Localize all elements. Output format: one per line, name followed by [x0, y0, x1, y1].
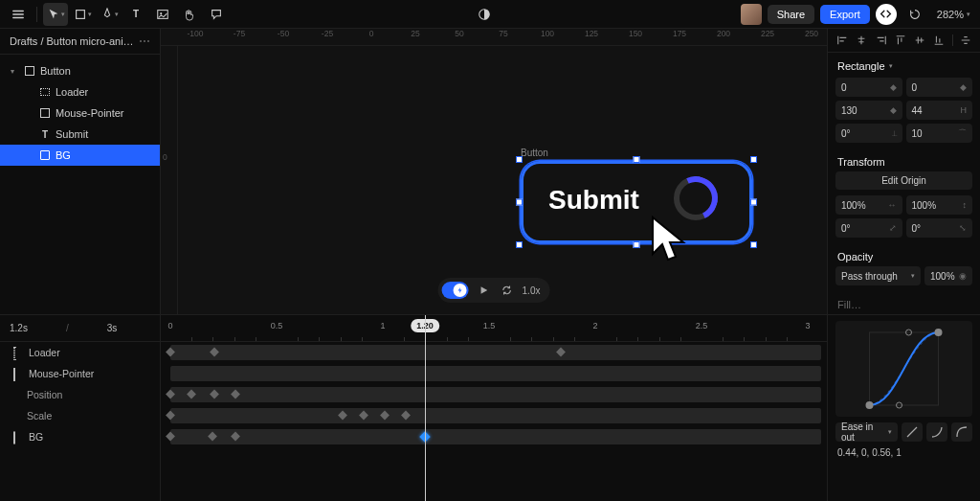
- dots-icon: [40, 87, 50, 97]
- time-total: 3s: [107, 323, 118, 333]
- move-tool[interactable]: ▾: [43, 3, 68, 26]
- bezier-value[interactable]: 0.44, 0, 0.56, 1: [828, 442, 980, 464]
- timeline-row-bg[interactable]: BG: [0, 426, 160, 447]
- svg-point-5: [866, 401, 874, 409]
- dev-mode-button[interactable]: [876, 4, 897, 25]
- zoom-value: 282%: [937, 9, 964, 20]
- timeline-tick: 1: [380, 321, 385, 330]
- motion-toggle[interactable]: [442, 282, 469, 299]
- text-tool[interactable]: T: [123, 3, 148, 26]
- align-top-icon[interactable]: [894, 34, 907, 47]
- svg-rect-0: [76, 10, 84, 18]
- timeline-row-label: Mouse-Pointer: [29, 368, 94, 379]
- ease-out-icon[interactable]: [951, 422, 972, 442]
- timeline-tick: 2.5: [696, 321, 708, 330]
- layer-label: Button: [40, 65, 71, 77]
- playback-speed[interactable]: 1.0x: [523, 285, 541, 296]
- blend-mode-select[interactable]: Pass through▾: [835, 266, 921, 285]
- text-icon: T: [40, 129, 50, 139]
- timeline-row-label: Loader: [29, 347, 60, 358]
- mouse-pointer-graphic: [649, 216, 689, 265]
- skew-y-field[interactable]: 0°⤡: [906, 218, 973, 238]
- resize-handle-tl[interactable]: [516, 156, 523, 163]
- timeline-row-position[interactable]: Position: [0, 384, 160, 405]
- resize-handle-rm[interactable]: [750, 199, 757, 206]
- share-button[interactable]: Share: [768, 5, 814, 24]
- hand-tool[interactable]: [177, 3, 202, 26]
- align-center-h-icon[interactable]: [855, 34, 868, 47]
- align-center-v-icon[interactable]: [913, 34, 926, 47]
- resize-handle-tr[interactable]: [750, 156, 757, 163]
- frame-label[interactable]: Button: [521, 148, 548, 158]
- resize-handle-br[interactable]: [750, 241, 757, 248]
- playhead[interactable]: [425, 315, 426, 501]
- rotation-field[interactable]: 0°⟂: [835, 124, 902, 143]
- avatar[interactable]: [741, 4, 762, 25]
- track-scale[interactable]: [161, 405, 827, 426]
- resize-handle-tm[interactable]: [634, 156, 640, 163]
- resize-handle-bl[interactable]: [516, 241, 523, 248]
- edit-origin-button[interactable]: Edit Origin: [835, 171, 972, 190]
- export-button[interactable]: Export: [820, 5, 870, 24]
- layer-loader[interactable]: Loader: [0, 81, 160, 102]
- track-loader[interactable]: [161, 342, 827, 363]
- easing-curve-editor[interactable]: [835, 321, 972, 417]
- layer-mouse-pointer[interactable]: Mouse-Pointer: [0, 102, 160, 124]
- timeline-row-loader[interactable]: Loader: [0, 342, 160, 363]
- align-right-icon[interactable]: [875, 34, 888, 47]
- layer-bg[interactable]: BG: [0, 145, 160, 166]
- pen-tool[interactable]: ▾: [97, 3, 122, 26]
- timeline-row-mouse-pointer[interactable]: Mouse-Pointer: [0, 363, 160, 384]
- layer-submit[interactable]: TSubmit: [0, 124, 160, 145]
- radius-field[interactable]: 10⌒: [906, 124, 973, 143]
- width-field[interactable]: 130◆: [835, 101, 902, 120]
- svg-point-2: [160, 12, 162, 14]
- resize-handle-lm[interactable]: [516, 199, 523, 206]
- track-position[interactable]: [161, 384, 827, 405]
- layer-label: Mouse-Pointer: [56, 107, 124, 119]
- box-icon: [40, 150, 50, 160]
- opacity-label: Opacity: [828, 243, 980, 266]
- timeline-tick: 0.5: [271, 321, 283, 330]
- element-type-heading[interactable]: Rectangle▾: [828, 53, 980, 78]
- breadcrumb[interactable]: Drafts / Button micro-animation… ⋯: [0, 29, 160, 55]
- y-field[interactable]: 0◆: [906, 78, 973, 97]
- align-bottom-icon[interactable]: [932, 34, 946, 47]
- playback-controls: 1.0x: [438, 278, 550, 303]
- svg-point-6: [935, 329, 943, 336]
- x-field[interactable]: 0◆: [835, 78, 902, 97]
- image-tool[interactable]: [150, 3, 175, 26]
- track-mouse-pointer[interactable]: [161, 363, 827, 384]
- resize-handle-bm[interactable]: [634, 241, 640, 248]
- track-bg[interactable]: [161, 426, 827, 447]
- layer-button[interactable]: ▾Button: [0, 60, 160, 81]
- distribute-icon[interactable]: [959, 34, 972, 47]
- dots-icon: [13, 348, 23, 357]
- history-icon[interactable]: [902, 3, 927, 26]
- ease-in-icon[interactable]: [926, 422, 947, 442]
- contrast-icon[interactable]: [472, 3, 497, 26]
- height-field[interactable]: 44H: [906, 101, 973, 120]
- align-left-icon[interactable]: [835, 34, 849, 47]
- selection-box[interactable]: [519, 159, 754, 245]
- layer-label: Submit: [56, 128, 88, 140]
- menu-button[interactable]: [6, 3, 31, 26]
- skew-x-field[interactable]: 0°⤢: [835, 218, 902, 238]
- loop-button[interactable]: [500, 283, 515, 298]
- scale-x-field[interactable]: 100%↔: [835, 195, 902, 215]
- fill-label: Fill…: [828, 291, 980, 314]
- play-button[interactable]: [477, 283, 492, 298]
- timeline-row-scale[interactable]: Scale: [0, 405, 160, 426]
- time-current: 1.2s: [10, 323, 28, 333]
- comment-tool[interactable]: [204, 3, 229, 26]
- frame-icon: [13, 369, 23, 378]
- opacity-field[interactable]: 100%◉: [924, 266, 972, 285]
- ease-linear-icon[interactable]: [902, 422, 923, 442]
- separator: [952, 34, 953, 46]
- timeline-ruler[interactable]: 00.511.522.531.20: [161, 315, 827, 342]
- timeline-row-label: BG: [29, 431, 43, 443]
- scale-y-field[interactable]: 100%↕: [906, 195, 973, 215]
- ease-preset-select[interactable]: Ease in out▾: [835, 422, 898, 442]
- frame-tool[interactable]: ▾: [70, 3, 95, 26]
- zoom-level[interactable]: 282%▾: [933, 9, 974, 20]
